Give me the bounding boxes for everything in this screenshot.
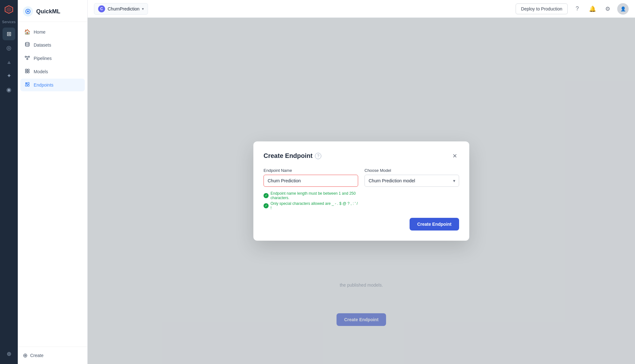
models-icon <box>24 68 30 75</box>
sidebar-item-home[interactable]: 🏠 Home <box>20 26 85 38</box>
services-label: Services <box>2 20 16 24</box>
topbar: C ChurnPrediction ▾ Deploy to Production… <box>88 0 635 18</box>
notifications-button[interactable]: 🔔 <box>587 3 598 15</box>
validation-text-1: Only special characters allowed are _ - … <box>271 201 358 210</box>
sidebar-logo <box>23 6 33 16</box>
validation-messages: ✓ Endpoint name length must be between 1… <box>264 191 358 210</box>
choose-model-field: Choose Model Churn Prediction model Anot… <box>364 168 459 210</box>
sidebar-item-endpoints[interactable]: Endpoints <box>20 79 85 91</box>
sidebar-nav: 🏠 Home Datasets Pipe <box>18 22 87 347</box>
svg-point-4 <box>25 42 29 44</box>
model-select-wrapper: Churn Prediction model Another model ▾ <box>364 175 459 187</box>
project-name: ChurnPrediction <box>108 6 139 11</box>
pipelines-icon <box>24 55 30 62</box>
svg-rect-14 <box>25 85 27 86</box>
rail-item-rocket[interactable]: ◉ <box>3 83 15 96</box>
choose-model-label: Choose Model <box>364 168 459 173</box>
rail-item-analytics[interactable]: ⟁ <box>3 55 15 68</box>
rail-item-endpoint[interactable]: ✦ <box>3 69 15 82</box>
svg-rect-11 <box>28 71 29 73</box>
svg-rect-15 <box>28 85 29 86</box>
help-icon-button[interactable]: ? <box>572 3 583 15</box>
create-endpoint-modal: Create Endpoint ? ✕ Endpoint Name ✓ Endp… <box>253 141 469 241</box>
modal-header: Create Endpoint ? ✕ <box>264 152 459 160</box>
sidebar-header: QuickML <box>18 0 87 22</box>
modal-footer: Create Endpoint <box>264 218 459 231</box>
nav-label-endpoints: Endpoints <box>34 82 53 88</box>
nav-label-home: Home <box>34 29 45 35</box>
modal-title-group: Create Endpoint ? <box>264 152 321 159</box>
modal-overlay: Create Endpoint ? ✕ Endpoint Name ✓ Endp… <box>88 18 635 364</box>
check-icon-0: ✓ <box>264 193 269 198</box>
svg-point-6 <box>28 56 30 57</box>
svg-point-5 <box>25 56 26 57</box>
validation-item-0: ✓ Endpoint name length must be between 1… <box>264 191 358 200</box>
endpoint-name-label: Endpoint Name <box>264 168 358 173</box>
create-endpoint-button[interactable]: Create Endpoint <box>410 218 459 231</box>
nav-label-datasets: Datasets <box>34 42 51 48</box>
endpoint-name-input[interactable] <box>264 175 358 187</box>
question-mark-icon: ? <box>576 5 579 12</box>
svg-rect-12 <box>25 82 27 84</box>
model-select[interactable]: Churn Prediction model Another model <box>364 175 459 187</box>
modal-help-icon[interactable]: ? <box>315 153 321 159</box>
project-badge[interactable]: C ChurnPrediction ▾ <box>94 3 148 15</box>
modal-title: Create Endpoint <box>264 152 312 159</box>
sidebar-item-pipelines[interactable]: Pipelines <box>20 52 85 65</box>
rail-item-chat[interactable]: ◎ <box>3 42 15 54</box>
app-logo-icon <box>3 4 15 15</box>
deploy-to-production-button[interactable]: Deploy to Production <box>516 3 568 14</box>
svg-marker-1 <box>6 7 11 12</box>
icon-rail: Services ⊞ ◎ ⟁ ✦ ◉ ⊕ <box>0 0 18 364</box>
validation-text-0: Endpoint name length must be between 1 a… <box>271 191 358 200</box>
rail-item-grid[interactable]: ⊞ <box>3 28 15 40</box>
check-icon-1: ✓ <box>264 203 269 208</box>
avatar-image: 👤 <box>620 6 626 11</box>
rail-item-community[interactable]: ⊕ <box>3 348 15 360</box>
project-initial: C <box>98 5 105 12</box>
svg-rect-10 <box>25 71 27 73</box>
sidebar-create-button[interactable]: ⊕ Create <box>18 347 87 364</box>
chevron-down-icon: ▾ <box>142 7 144 11</box>
modal-fields: Endpoint Name ✓ Endpoint name length mus… <box>264 168 459 210</box>
nav-label-pipelines: Pipelines <box>34 56 52 61</box>
main-area: C ChurnPrediction ▾ Deploy to Production… <box>88 0 635 364</box>
svg-point-3 <box>27 10 29 12</box>
sidebar-item-models[interactable]: Models <box>20 65 85 78</box>
create-label: Create <box>30 353 43 358</box>
page-content: the published models. Create Endpoint Cr… <box>88 18 635 364</box>
svg-point-7 <box>27 58 28 60</box>
endpoints-icon <box>24 82 30 88</box>
home-icon: 🏠 <box>24 29 30 35</box>
create-icon: ⊕ <box>23 352 28 359</box>
datasets-icon <box>24 42 30 48</box>
endpoint-name-field: Endpoint Name ✓ Endpoint name length mus… <box>264 168 358 210</box>
svg-rect-13 <box>28 82 29 84</box>
bell-icon: 🔔 <box>589 5 596 12</box>
gear-icon: ⚙ <box>605 5 610 12</box>
user-avatar[interactable]: 👤 <box>617 3 629 15</box>
sidebar-item-datasets[interactable]: Datasets <box>20 39 85 51</box>
settings-button[interactable]: ⚙ <box>602 3 613 15</box>
sidebar: QuickML 🏠 Home Datasets <box>18 0 88 364</box>
svg-rect-9 <box>28 69 29 71</box>
modal-close-button[interactable]: ✕ <box>450 152 459 160</box>
nav-label-models: Models <box>34 69 48 74</box>
sidebar-title: QuickML <box>36 8 60 15</box>
svg-rect-8 <box>25 69 27 71</box>
validation-item-1: ✓ Only special characters allowed are _ … <box>264 201 358 210</box>
